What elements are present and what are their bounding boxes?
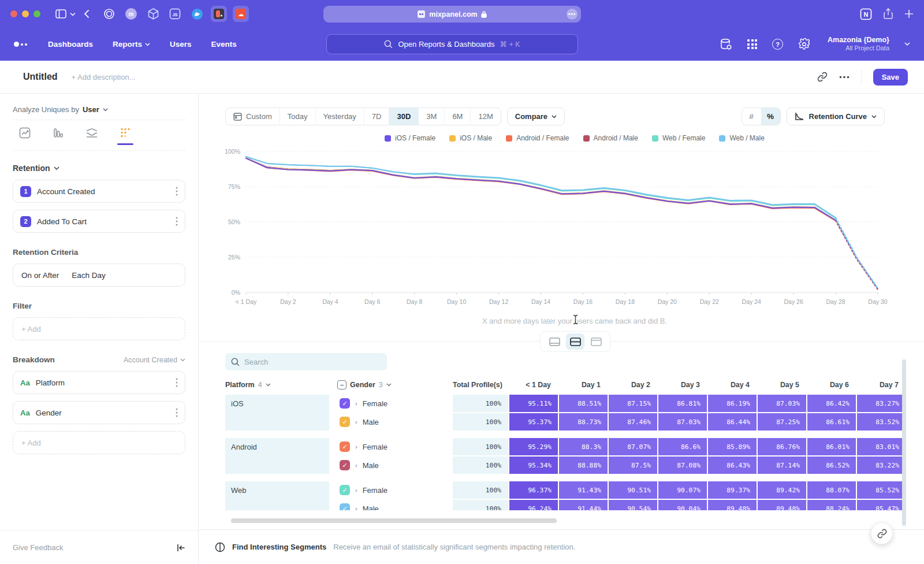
report-title[interactable]: Untitled	[23, 72, 58, 82]
retention-value-cell[interactable]: 87.07%	[609, 438, 657, 455]
js-extension-icon[interactable]: JS	[167, 6, 183, 22]
breakdown-platform[interactable]: Aa Platform	[13, 371, 185, 394]
retention-value-cell[interactable]: 91.44%	[559, 500, 608, 510]
column-header-day-6[interactable]: Day 6	[807, 381, 856, 389]
retention-value-cell[interactable]: 95.37%	[509, 413, 558, 431]
window-controls[interactable]	[10, 10, 40, 17]
gender-cell-male[interactable]: ✓›Male	[330, 457, 452, 474]
share-icon[interactable]	[884, 8, 893, 20]
kebab-menu-icon[interactable]	[176, 378, 178, 387]
range-custom[interactable]: Custom	[226, 108, 280, 125]
retention-value-cell[interactable]: 86.19%	[708, 395, 757, 412]
global-search-button[interactable]: Open Reports & Dashboards ⌘ + K	[326, 34, 578, 54]
expand-chevron-icon[interactable]: ›	[355, 487, 357, 494]
kebab-menu-icon[interactable]	[176, 217, 178, 226]
indeterminate-checkbox[interactable]: –	[337, 380, 346, 389]
retention-value-cell[interactable]: 88.3%	[559, 438, 608, 455]
gender-cell-female[interactable]: ✓›Female	[330, 438, 452, 455]
minimize-window-button[interactable]	[22, 10, 29, 17]
tab-retention[interactable]	[116, 127, 135, 150]
retention-value-cell[interactable]: 83.27%	[857, 395, 906, 412]
extensions-menu-button[interactable]: •••	[567, 9, 578, 20]
notion-tab-icon[interactable]: N	[860, 8, 872, 20]
chart-type-dropdown[interactable]: Retention Curve	[787, 107, 885, 125]
retention-value-cell[interactable]: 89.48%	[758, 500, 806, 510]
settings-gear-icon[interactable]	[798, 38, 810, 50]
column-header-day-4[interactable]: Day 4	[708, 381, 757, 389]
retention-step-2[interactable]: 2 Added To Cart	[13, 210, 185, 233]
series-android-female-solid[interactable]	[246, 158, 836, 221]
range-12m[interactable]: 12M	[470, 108, 500, 125]
retention-value-cell[interactable]: 95.34%	[509, 457, 558, 474]
range-6m[interactable]: 6M	[444, 108, 470, 125]
column-header-day-1[interactable]: Day 1	[559, 381, 608, 389]
mixpanel-logo[interactable]	[14, 42, 27, 47]
tab-insights[interactable]	[15, 127, 35, 150]
new-tab-icon[interactable]	[904, 9, 914, 18]
zoom-window-button[interactable]	[33, 10, 40, 17]
retention-value-cell[interactable]: 88.24%	[807, 500, 856, 510]
vertical-scrollbar[interactable]	[902, 359, 906, 526]
data-management-icon[interactable]	[720, 38, 732, 51]
retention-value-cell[interactable]: 96.24%	[509, 500, 558, 510]
range-yesterday[interactable]: Yesterday	[315, 108, 364, 125]
unit-absolute-button[interactable]: #	[742, 108, 761, 125]
unit-percent-button[interactable]: %	[761, 108, 780, 125]
tab-funnels[interactable]	[49, 127, 68, 150]
retention-value-cell[interactable]: 87.03%	[758, 395, 806, 412]
expand-chevron-icon[interactable]: ›	[355, 505, 357, 510]
help-icon[interactable]: ?	[772, 39, 783, 50]
table-search[interactable]	[225, 353, 387, 370]
column-header--1-day[interactable]: < 1 Day	[509, 381, 558, 389]
platform-cell[interactable]: Android	[225, 438, 329, 474]
retention-value-cell[interactable]: 89.37%	[708, 481, 757, 499]
tab-flows[interactable]	[82, 127, 102, 150]
nav-events[interactable]: Events	[211, 40, 237, 49]
series-web-male-dash[interactable]	[836, 218, 878, 288]
bird-extension-icon[interactable]	[189, 6, 205, 22]
series-checkbox[interactable]: ✓	[340, 441, 350, 452]
retention-value-cell[interactable]: 86.01%	[807, 438, 856, 455]
close-window-button[interactable]	[10, 10, 17, 17]
retention-value-cell[interactable]: 90.51%	[609, 481, 657, 499]
criteria-interval[interactable]: Each Day	[72, 271, 106, 280]
retention-value-cell[interactable]: 85.52%	[857, 481, 906, 499]
retention-value-cell[interactable]: 95.11%	[509, 395, 558, 412]
series-web-male-solid[interactable]	[246, 157, 836, 218]
column-header-day-5[interactable]: Day 5	[758, 381, 806, 389]
retention-value-cell[interactable]: 86.61%	[807, 413, 856, 431]
criteria-type[interactable]: On or After	[21, 271, 59, 280]
retention-value-cell[interactable]: 89.42%	[758, 481, 806, 499]
platform-cell[interactable]: Web	[225, 481, 329, 510]
kebab-menu-icon[interactable]	[176, 408, 178, 417]
project-switcher[interactable]: Amazonia {Demo} All Project Data	[828, 36, 889, 53]
add-description-field[interactable]: + Add description...	[72, 73, 136, 81]
expand-chevron-icon[interactable]: ›	[355, 400, 357, 407]
column-header-total-profile-s-[interactable]: Total Profile(s)	[453, 381, 508, 389]
retention-value-cell[interactable]: 86.42%	[807, 395, 856, 412]
legend-web-female[interactable]: Web / Female	[652, 134, 705, 142]
cube-extension-icon[interactable]	[145, 6, 161, 22]
series-checkbox[interactable]: ✓	[340, 417, 350, 427]
retention-step-1[interactable]: 1 Account Created	[13, 180, 185, 203]
legend-web-male[interactable]: Web / Male	[719, 134, 764, 142]
series-checkbox[interactable]: ✓	[340, 460, 350, 470]
retention-value-cell[interactable]: 91.43%	[559, 481, 608, 499]
cloud-extension-icon[interactable]: ☁	[233, 6, 249, 22]
retention-value-cell[interactable]: 90.07%	[658, 481, 707, 499]
expand-chevron-icon[interactable]: ›	[355, 443, 357, 450]
sidebar-toggle-icon[interactable]	[55, 9, 66, 18]
share-link-fab[interactable]	[871, 522, 893, 544]
add-filter-button[interactable]: + Add	[13, 317, 185, 340]
retention-value-cell[interactable]: 88.51%	[559, 395, 608, 412]
breakdown-gender[interactable]: Aa Gender	[13, 401, 185, 424]
column-header-day-2[interactable]: Day 2	[609, 381, 657, 389]
range-today[interactable]: Today	[280, 108, 315, 125]
m-extension-icon[interactable]: m	[123, 6, 139, 22]
breakdown-applies-to-dropdown[interactable]: Account Created	[124, 356, 185, 364]
retention-value-cell[interactable]: 87.15%	[609, 395, 657, 412]
gender-cell-female[interactable]: ✓›Female	[330, 395, 452, 412]
retention-value-cell[interactable]: 83.01%	[857, 438, 906, 455]
retention-value-cell[interactable]: 87.03%	[658, 413, 707, 431]
add-breakdown-button[interactable]: + Add	[13, 431, 185, 454]
